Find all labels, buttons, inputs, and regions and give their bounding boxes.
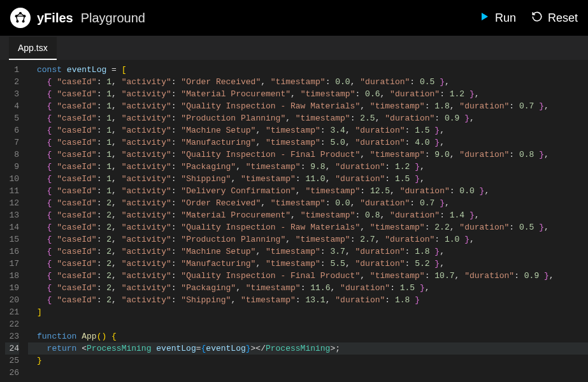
code-line[interactable]: ]	[28, 306, 588, 318]
line-number: 12	[5, 197, 19, 209]
line-number: 9	[5, 161, 19, 173]
page-title: Playground	[81, 11, 145, 26]
line-number: 4	[5, 100, 19, 112]
code-line[interactable]: { "caseId": 1, "activity": "Packaging", …	[28, 161, 588, 173]
code-line[interactable]: { "caseId": 2, "activity": "Production P…	[28, 233, 588, 246]
code-content[interactable]: const eventLog = [ { "caseId": 1, "activ…	[28, 60, 588, 382]
code-line[interactable]: { "caseId": 2, "activity": "Quality Insp…	[28, 221, 588, 233]
line-number: 22	[5, 318, 19, 330]
tab-app-tsx[interactable]: App.tsx	[9, 37, 57, 60]
code-line[interactable]: { "caseId": 2, "activity": "Shipping", "…	[28, 294, 588, 306]
line-number: 11	[5, 185, 19, 197]
line-number: 3	[5, 88, 19, 100]
tab-bar: App.tsx	[0, 36, 588, 60]
line-number: 16	[5, 246, 19, 258]
line-number: 1	[5, 64, 19, 76]
code-line[interactable]: { "caseId": 1, "activity": "Manufacturin…	[28, 136, 588, 149]
line-gutter: 1234567891011121314151617181920212223242…	[0, 60, 28, 382]
line-number: 24	[5, 342, 19, 355]
line-number: 5	[5, 112, 19, 124]
code-line[interactable]: { "caseId": 1, "activity": "Quality Insp…	[28, 100, 588, 112]
line-number: 14	[5, 221, 19, 233]
run-label: Run	[495, 11, 516, 25]
line-number: 15	[5, 233, 19, 246]
code-line[interactable]: { "caseId": 1, "activity": "Material Pro…	[28, 88, 588, 100]
code-line[interactable]: { "caseId": 2, "activity": "Material Pro…	[28, 209, 588, 221]
line-number: 19	[5, 282, 19, 294]
yfiles-logo-icon	[10, 8, 31, 28]
line-number: 20	[5, 294, 19, 306]
code-line[interactable]: { "caseId": 2, "activity": "Order Receiv…	[28, 197, 588, 209]
line-number: 25	[5, 355, 19, 367]
line-number: 6	[5, 124, 19, 136]
code-line[interactable]: { "caseId": 1, "activity": "Order Receiv…	[28, 76, 588, 88]
line-number: 10	[5, 173, 19, 185]
line-number: 21	[5, 306, 19, 318]
line-number: 18	[5, 270, 19, 282]
line-number: 13	[5, 209, 19, 221]
brand-name: yFiles	[37, 11, 73, 26]
reset-button[interactable]: Reset	[531, 11, 578, 26]
code-line[interactable]	[28, 318, 588, 330]
code-line[interactable]: { "caseId": 2, "activity": "Quality Insp…	[28, 270, 588, 282]
code-line[interactable]: { "caseId": 2, "activity": "Packaging", …	[28, 282, 588, 294]
line-number: 8	[5, 149, 19, 161]
code-line[interactable]: const eventLog = [	[28, 64, 588, 76]
header-actions: Run Reset	[480, 11, 578, 26]
code-line[interactable]	[28, 367, 588, 379]
code-line[interactable]: return <ProcessMining eventLog={eventLog…	[28, 342, 588, 355]
code-line[interactable]: { "caseId": 1, "activity": "Production P…	[28, 112, 588, 124]
code-line[interactable]: { "caseId": 2, "activity": "Manufacturin…	[28, 258, 588, 270]
code-line[interactable]: }	[28, 355, 588, 367]
code-line[interactable]: { "caseId": 1, "activity": "Machine Setu…	[28, 124, 588, 136]
line-number: 26	[5, 367, 19, 379]
line-number: 23	[5, 330, 19, 342]
line-number: 17	[5, 258, 19, 270]
code-line[interactable]: { "caseId": 2, "activity": "Machine Setu…	[28, 246, 588, 258]
logo-section: yFiles Playground	[10, 8, 145, 28]
code-line[interactable]: { "caseId": 1, "activity": "Shipping", "…	[28, 173, 588, 185]
code-line[interactable]: function App() {	[28, 330, 588, 342]
line-number: 7	[5, 136, 19, 149]
play-icon	[480, 11, 490, 25]
reset-icon	[531, 11, 543, 26]
code-editor[interactable]: 1234567891011121314151617181920212223242…	[0, 60, 588, 382]
line-number: 2	[5, 76, 19, 88]
code-line[interactable]: { "caseId": 1, "activity": "Delivery Con…	[28, 185, 588, 197]
code-line[interactable]: { "caseId": 1, "activity": "Quality Insp…	[28, 149, 588, 161]
header: yFiles Playground Run Reset	[0, 0, 588, 36]
reset-label: Reset	[548, 11, 578, 25]
run-button[interactable]: Run	[480, 11, 516, 25]
